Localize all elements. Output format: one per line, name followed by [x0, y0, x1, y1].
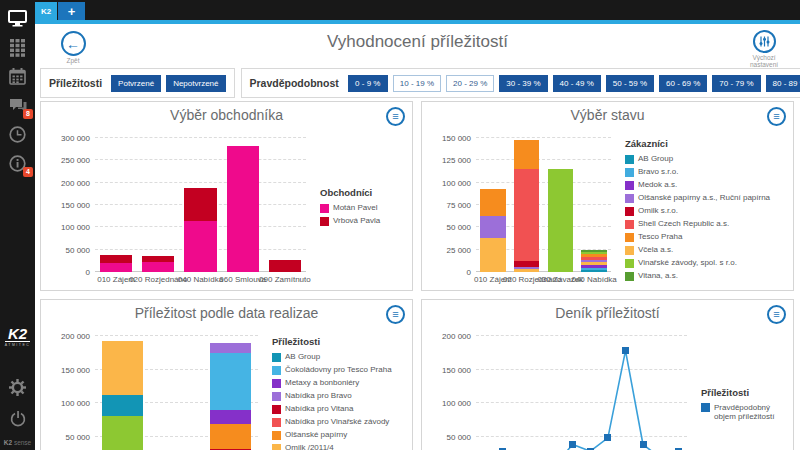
probability-filter-button[interactable]: 80 - 89 %: [766, 75, 800, 92]
y-axis-tick: 50 000: [66, 432, 95, 441]
bar-segment: [100, 255, 132, 263]
sidebar-item-history[interactable]: [0, 120, 35, 149]
y-axis-tick: 100 000: [61, 399, 95, 408]
y-axis-tick: 25 000: [447, 245, 476, 254]
hamburger-icon: ≡: [773, 309, 779, 320]
new-tab-button[interactable]: +: [58, 2, 85, 20]
sidebar-item-settings[interactable]: [0, 373, 35, 402]
bar-segment: [184, 188, 216, 221]
opportunity-filter-button[interactable]: Potvrzené: [111, 75, 161, 92]
legend-swatch: [625, 220, 634, 229]
chart-panel-realization-date: Příležitost podle data realizae ≡ 050 00…: [40, 299, 413, 450]
legend-title: Příležitosti: [272, 336, 404, 347]
messages-badge: 8: [23, 109, 33, 119]
probability-filter-button[interactable]: 30 - 39 %: [499, 75, 547, 92]
chart-menu-button[interactable]: ≡: [767, 305, 786, 324]
category-slots: 010 Zájem020 Rozjednáno040 Nabídka060 Sm…: [95, 138, 306, 272]
default-settings-control: Výchozí nastavení: [742, 30, 786, 68]
legend-swatch: [272, 431, 281, 440]
y-axis-tick: 150 000: [61, 201, 95, 210]
bar-segment: [142, 262, 174, 272]
category-slot: 010 Zájem: [95, 138, 137, 272]
legend-item: Čokoládovny pro Tesco Praha: [272, 365, 404, 375]
probability-filter-button[interactable]: 70 - 79 %: [712, 75, 760, 92]
y-axis-tick: 50 000: [66, 245, 95, 254]
hamburger-icon: ≡: [773, 111, 779, 122]
tab-k2[interactable]: K2: [35, 2, 57, 20]
stacked-bar: [156, 336, 197, 450]
legend-label: Vrbová Pavla: [333, 216, 380, 226]
sidebar-item-info[interactable]: 4: [0, 149, 35, 178]
plot-area: 050 000100 000150 000200 000250 000300 0…: [95, 138, 306, 272]
legend-label: Nabídka pro Vitana: [285, 404, 353, 414]
chart-panel-salespeople: Výběr obchodníka ≡ 050 000100 000150 000…: [40, 101, 413, 291]
chart-menu-button[interactable]: ≡: [386, 305, 405, 324]
page-header: ← Zpět Vyhodnocení příležitostí Výchozí …: [35, 24, 800, 66]
category-slot: 020 Rozjednáno: [137, 138, 179, 272]
y-axis-tick: 50 000: [447, 432, 476, 441]
legend-label: Medok a.s.: [638, 180, 677, 190]
bar-segment: [548, 169, 574, 272]
category-slot: 090 Zamítnuto: [264, 138, 306, 272]
data-point-marker: [604, 434, 611, 441]
probability-filter-button[interactable]: 60 - 69 %: [659, 75, 707, 92]
category-slot: Q3 2004: [149, 336, 203, 450]
legend-label: Olšanské papírny: [285, 430, 347, 440]
probability-filter-button[interactable]: 20 - 29 %: [446, 75, 494, 92]
default-settings-label: Výchozí nastavení: [742, 54, 786, 68]
legend-item: Metaxy a bonboniéry: [272, 378, 404, 388]
legend-label: Pravděpodobný objem příležitostí: [714, 403, 785, 422]
bar-segment: [210, 424, 251, 448]
sidebar-item-desktop[interactable]: [0, 4, 35, 33]
y-axis-tick: 300 000: [61, 134, 95, 143]
legend-swatch: [272, 366, 281, 375]
legend-swatch: [625, 207, 634, 216]
legend-item: Vitana, a.s.: [625, 271, 785, 281]
gear-icon: [9, 379, 26, 396]
legend-item: Nabídka pro Vinařské závody: [272, 417, 404, 427]
legend-item: Olšanské papírny: [272, 430, 404, 440]
category-slots: 010 Zájem020 Rozjednáno030 Závazek040 Na…: [476, 138, 611, 272]
stacked-bar: [184, 138, 216, 272]
bar-segment: [102, 416, 143, 450]
legend-swatch: [320, 204, 329, 213]
probability-filter-buttons: 0 - 9 %10 - 19 %20 - 29 %30 - 39 %40 - 4…: [348, 75, 800, 92]
sidebar-item-apps[interactable]: [0, 33, 35, 62]
stacked-bar: [269, 138, 301, 272]
default-settings-button[interactable]: [753, 30, 776, 53]
legend-swatch: [272, 392, 281, 401]
sidebar-item-power[interactable]: [0, 404, 35, 433]
legend-title: Zákazníci: [625, 138, 785, 149]
legend-item: Omilk s.r.o.: [625, 206, 785, 216]
tab-bar: K2 +: [35, 0, 800, 20]
chart-menu-button[interactable]: ≡: [386, 107, 405, 126]
y-axis-tick: 75 000: [447, 201, 476, 210]
legend-item: Vinařské závody, spol. s r.o.: [625, 258, 785, 268]
x-axis-label: 040 Nabídka: [571, 272, 618, 284]
sidebar-item-messages[interactable]: 8: [0, 91, 35, 120]
chart-menu-button[interactable]: ≡: [767, 107, 786, 126]
probability-filter-button[interactable]: 10 - 19 %: [393, 75, 441, 92]
legend-title: Obchodníci: [320, 187, 404, 198]
category-slots: Q2 2004Q3 2004Q4 2004: [95, 336, 258, 450]
opportunity-filter-button[interactable]: Nepotvrzené: [166, 75, 225, 92]
info-badge: 4: [23, 167, 33, 177]
legend-item: Shell Czech Republic a.s.: [625, 219, 785, 229]
chart-panel-status: Výběr stavu ≡ 025 00050 00075 000100 000…: [421, 101, 794, 291]
probability-filter-button[interactable]: 0 - 9 %: [348, 75, 388, 92]
category-slot: Q4 2004: [204, 336, 258, 450]
bar-segment: [100, 263, 132, 272]
legend-item: Nabídka pro Bravo: [272, 391, 404, 401]
legend-swatch: [272, 444, 281, 450]
legend-item: Včela a.s.: [625, 245, 785, 255]
legend-swatch: [701, 403, 710, 412]
legend-label: Včela a.s.: [638, 245, 673, 255]
legend-item: Motán Pavel: [320, 203, 404, 213]
probability-filter-button[interactable]: 50 - 59 %: [606, 75, 654, 92]
probability-filter-button[interactable]: 40 - 49 %: [553, 75, 601, 92]
data-point-marker: [622, 347, 629, 354]
y-axis-tick: 150 000: [442, 365, 476, 374]
sidebar-item-calendar[interactable]: [0, 62, 35, 91]
legend-swatch: [272, 418, 281, 427]
legend-item: Bravo s.r.o.: [625, 167, 785, 177]
